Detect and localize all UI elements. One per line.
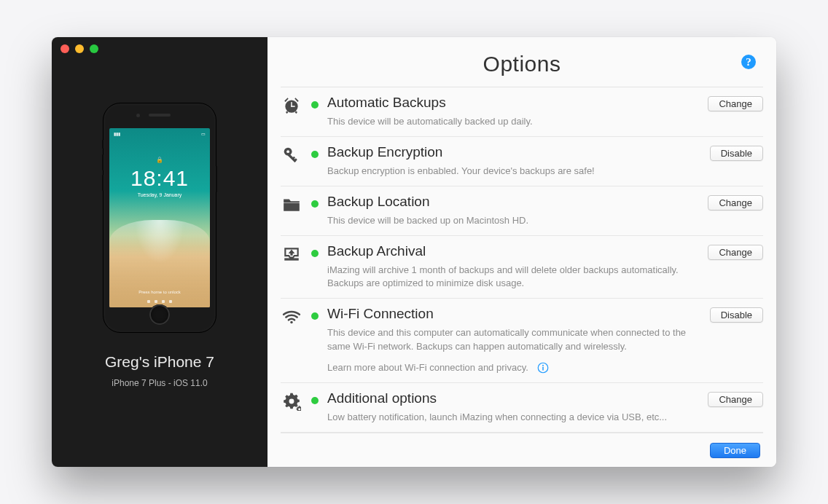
phone-volume-down [102,175,104,191]
wifi-learn-more-line: Learn more about Wi-Fi connection and pr… [327,361,701,375]
status-dot-enabled [311,397,319,404]
device-sidebar: ▮▮▮ ▭ 🔒 18:41 Tuesday, 9 January Press h… [52,37,267,467]
wallpaper-wave [109,220,210,307]
gear-icon [281,390,302,411]
window-traffic-lights [60,44,98,53]
battery-icon: ▭ [201,131,206,136]
svg-rect-12 [284,203,300,211]
app-window: ▮▮▮ ▭ 🔒 18:41 Tuesday, 9 January Press h… [52,37,776,467]
footer-separator [281,433,763,433]
disable-wifi-connection-button[interactable]: Disable [710,307,763,323]
svg-rect-4 [291,106,294,107]
wifi-icon [281,306,302,326]
info-icon[interactable] [536,361,550,374]
phone-status-bar: ▮▮▮ ▭ [109,128,210,136]
section-title: Backup Archival [327,243,699,259]
section-desc: This device and this computer can automa… [327,326,701,354]
status-dot-enabled [311,312,319,320]
home-button [149,304,170,325]
svg-point-18 [289,398,294,403]
help-icon[interactable]: ? [740,53,757,71]
phone-volume-up [102,154,104,170]
svg-point-8 [286,150,289,153]
section-additional-options: Additional options Low battery notificat… [281,383,763,433]
device-mockup: ▮▮▮ ▭ 🔒 18:41 Tuesday, 9 January Press h… [103,103,216,333]
options-panel: ? Options [267,37,776,467]
phone-mute-switch [102,140,104,149]
status-dot-enabled [311,200,319,208]
status-dot-enabled [311,151,319,158]
section-title: Automatic Backups [327,95,699,111]
section-title: Wi-Fi Connection [327,306,701,322]
section-desc: Backup encryption is enbabled. Your devi… [327,165,701,178]
folder-icon [281,194,302,214]
section-desc: This device will be backed up on Macinto… [327,214,699,228]
alarm-clock-icon [281,95,302,115]
change-automatic-backups-button[interactable]: Change [708,96,763,111]
lock-icon: 🔒 [156,157,163,163]
section-title: Additional options [327,390,699,406]
phone-side-button [216,166,217,192]
change-additional-options-button[interactable]: Change [708,392,763,407]
svg-rect-17 [543,367,544,371]
section-wifi-connection: Wi-Fi Connection This device and this co… [281,299,763,383]
section-backup-archival: Backup Archival iMazing will archive 1 m… [281,236,763,299]
minimize-window-button[interactable] [75,44,84,53]
section-backup-location: Backup Location This device will be back… [281,186,763,236]
phone-front-camera [136,114,140,117]
unlock-hint: Press home to unlock [138,290,181,294]
device-name: Greg's iPhone 7 [105,353,214,371]
disable-backup-encryption-button[interactable]: Disable [710,146,763,161]
change-backup-archival-button[interactable]: Change [708,245,763,260]
section-title: Backup Location [327,194,699,210]
options-section-list: Automatic Backups This device will be au… [281,87,763,433]
done-button[interactable]: Done [710,443,760,458]
phone-speaker [149,114,171,117]
wifi-learn-more-text: Learn more about Wi-Fi connection and pr… [327,362,528,373]
key-icon [281,144,302,165]
archive-tray-icon [281,243,302,264]
device-model-os: iPhone 7 Plus - iOS 11.0 [112,378,207,388]
lock-screen-time: 18:41 [130,166,189,191]
svg-point-16 [542,365,544,366]
status-dot-enabled [311,101,319,109]
zoom-window-button[interactable] [90,44,98,53]
section-automatic-backups: Automatic Backups This device will be au… [281,87,763,137]
close-window-button[interactable] [60,44,69,53]
lock-screen-date: Tuesday, 9 January [138,192,182,197]
svg-text:?: ? [746,56,751,68]
phone-lock-screen: ▮▮▮ ▭ 🔒 18:41 Tuesday, 9 January Press h… [109,128,210,307]
svg-rect-6 [295,111,297,114]
svg-rect-13 [284,258,299,260]
section-desc: iMazing will archive 1 month of backups … [327,264,699,291]
section-title: Backup Encryption [327,144,701,160]
status-dot-enabled [311,250,319,257]
svg-point-14 [290,321,292,323]
section-desc: This device will be automatically backed… [327,115,699,129]
page-title: Options [281,37,763,87]
section-desc: Low battery notification, launch iMazing… [327,411,699,425]
dock-icons [109,300,210,303]
signal-icon: ▮▮▮ [114,131,120,136]
svg-rect-5 [286,111,288,114]
panel-footer: Done [710,443,760,458]
svg-point-19 [298,408,300,410]
section-backup-encryption: Backup Encryption Backup encryption is e… [281,137,763,186]
change-backup-location-button[interactable]: Change [708,195,763,210]
